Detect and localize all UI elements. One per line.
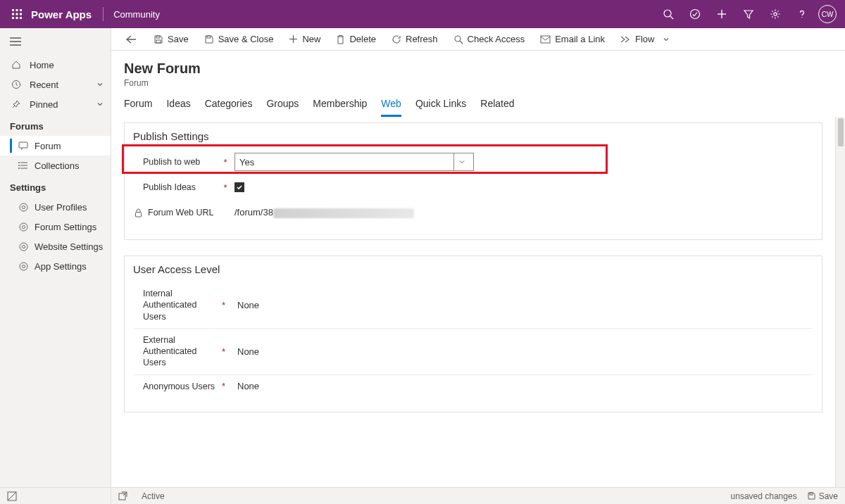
- required-marker: *: [222, 346, 229, 357]
- nav-app-settings[interactable]: App Settings: [0, 256, 111, 276]
- mail-icon: [540, 35, 551, 44]
- refresh-button[interactable]: Refresh: [384, 29, 445, 50]
- svg-point-9: [664, 10, 671, 17]
- chevron-down-icon: [453, 153, 469, 170]
- nav-forum[interactable]: Forum: [0, 136, 111, 156]
- list-icon: [18, 161, 29, 170]
- svg-rect-6: [12, 17, 14, 19]
- svg-point-28: [22, 206, 25, 208]
- nav-home[interactable]: Home: [0, 55, 111, 75]
- section-title: Publish Settings: [133, 130, 812, 142]
- publish-ideas-checkbox[interactable]: [234, 182, 244, 192]
- cmd-label: Email a Link: [555, 34, 605, 44]
- scrollbar[interactable]: [835, 117, 845, 487]
- task-icon[interactable]: [682, 0, 708, 28]
- popout-icon[interactable]: [118, 491, 127, 500]
- field-label: Forum Web URL: [134, 208, 222, 218]
- trash-icon: [336, 34, 345, 44]
- nav-recent[interactable]: Recent: [0, 75, 111, 94]
- svg-point-15: [801, 17, 802, 18]
- flow-icon: [620, 35, 631, 44]
- svg-point-11: [691, 10, 700, 19]
- add-icon[interactable]: [708, 0, 735, 28]
- nav-forum-settings[interactable]: Forum Settings: [0, 217, 111, 237]
- section-title: User Access Level: [133, 263, 812, 275]
- page-header: New Forum Forum: [111, 51, 845, 88]
- plus-icon: [289, 34, 298, 44]
- svg-point-32: [22, 245, 25, 248]
- nav-website-settings[interactable]: Website Settings: [0, 237, 111, 256]
- app-launcher-icon[interactable]: [6, 3, 28, 25]
- clock-icon: [10, 80, 23, 89]
- environment-label[interactable]: Community: [113, 9, 160, 20]
- svg-rect-2: [20, 9, 22, 11]
- svg-point-42: [455, 36, 461, 42]
- svg-rect-8: [20, 17, 22, 19]
- check-access-button[interactable]: Check Access: [446, 29, 532, 50]
- svg-point-29: [20, 203, 27, 211]
- required-marker: *: [222, 182, 229, 193]
- svg-point-34: [22, 265, 25, 267]
- field-forum-web-url: Forum Web URL /forum/38: [134, 200, 812, 225]
- settings-icon[interactable]: [762, 0, 789, 28]
- nav-pinned[interactable]: Pinned: [0, 94, 111, 114]
- back-button[interactable]: [117, 29, 145, 50]
- svg-rect-21: [19, 142, 27, 148]
- status-save-button[interactable]: Save: [807, 491, 838, 501]
- tab-categories[interactable]: Categories: [205, 98, 253, 117]
- svg-rect-0: [12, 9, 14, 11]
- new-button[interactable]: New: [282, 29, 327, 50]
- required-marker: *: [222, 157, 229, 168]
- field-label: Publish to web: [134, 157, 222, 167]
- publish-to-web-select[interactable]: Yes: [234, 153, 474, 171]
- command-bar: Save Save & Close New Delete Refresh Che…: [111, 28, 845, 51]
- email-link-button[interactable]: Email a Link: [533, 29, 612, 50]
- field-external-users[interactable]: External Authenticated Users * None: [134, 329, 812, 375]
- gear-icon: [18, 262, 29, 271]
- svg-rect-5: [20, 13, 22, 15]
- flow-button[interactable]: Flow: [613, 29, 677, 50]
- cmd-label: Flow: [635, 34, 654, 44]
- gear-icon: [18, 203, 29, 212]
- field-label: External Authenticated Users: [134, 334, 222, 369]
- svg-point-26: [18, 165, 19, 165]
- nav-footer[interactable]: [0, 487, 111, 504]
- field-publish-to-web: Publish to web * Yes: [134, 149, 812, 175]
- nav-collections[interactable]: Collections: [0, 156, 111, 175]
- field-label: Anonymous Users: [134, 381, 222, 392]
- svg-rect-4: [16, 13, 18, 15]
- refresh-icon: [392, 34, 401, 44]
- tab-quick-links[interactable]: Quick Links: [415, 98, 466, 117]
- search-icon[interactable]: [655, 0, 682, 28]
- field-value: None: [237, 300, 259, 310]
- nav-user-profiles[interactable]: User Profiles: [0, 197, 111, 217]
- tab-membership[interactable]: Membership: [313, 98, 367, 117]
- svg-point-27: [18, 168, 19, 168]
- tab-groups[interactable]: Groups: [266, 98, 299, 117]
- page-title: New Forum: [124, 61, 832, 77]
- tab-related[interactable]: Related: [480, 98, 514, 117]
- save-icon: [154, 34, 163, 44]
- save-button[interactable]: Save: [146, 29, 196, 50]
- field-anonymous-users[interactable]: Anonymous Users * None: [134, 375, 812, 398]
- lock-icon: [134, 208, 142, 218]
- help-icon[interactable]: [789, 0, 815, 28]
- svg-point-25: [18, 162, 19, 163]
- svg-rect-7: [16, 17, 18, 19]
- required-marker: *: [222, 300, 229, 310]
- delete-button[interactable]: Delete: [329, 29, 383, 50]
- svg-point-35: [20, 263, 27, 270]
- pin-icon: [10, 99, 23, 109]
- tab-forum[interactable]: Forum: [124, 98, 152, 117]
- field-internal-users[interactable]: Internal Authenticated Users * None: [134, 282, 812, 329]
- svg-rect-1: [16, 9, 18, 11]
- nav-label: Home: [30, 60, 54, 70]
- hamburger-icon[interactable]: [0, 28, 111, 55]
- save-close-button[interactable]: Save & Close: [197, 29, 281, 50]
- filter-icon[interactable]: [735, 0, 762, 28]
- tab-ideas[interactable]: Ideas: [166, 98, 190, 117]
- record-state: Active: [142, 491, 165, 501]
- user-avatar[interactable]: CW: [818, 5, 837, 23]
- tab-web[interactable]: Web: [381, 98, 401, 117]
- chevron-down-icon: [663, 36, 670, 43]
